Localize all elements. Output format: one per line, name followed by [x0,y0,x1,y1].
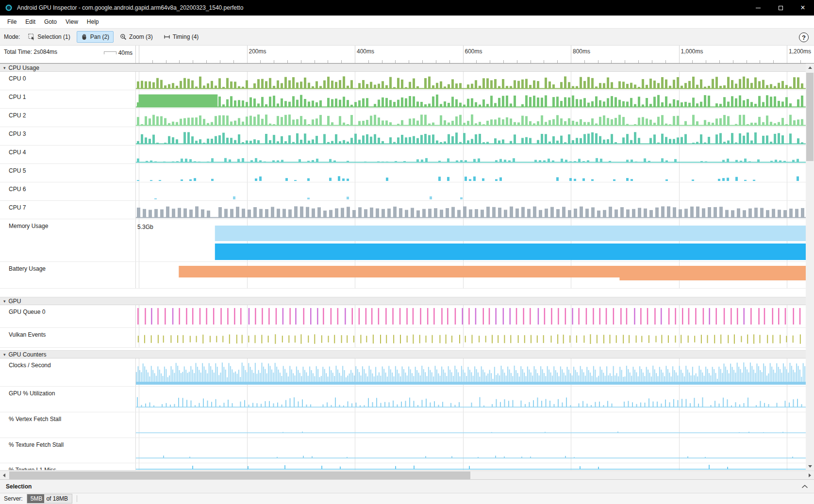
track-chart[interactable] [136,358,806,386]
ruler-minor-tick [179,60,180,63]
timing-mode-label: Timing (4) [173,33,199,40]
track-label: CPU 0 [0,72,136,90]
track-chart[interactable] [136,146,806,163]
track-row: GPU Queue 0 [0,305,806,328]
ruler-major-tick [139,46,139,63]
track-chart[interactable] [136,412,806,438]
track-chart[interactable] [136,463,806,470]
ruler-tick-label: 1,200ms [789,48,811,55]
timing-icon [164,33,170,40]
ruler-minor-tick [287,60,288,63]
scroll-right-icon[interactable] [806,471,814,479]
selection-mode-label: Selection (1) [37,33,70,40]
track-label: CPU 3 [0,127,136,145]
ruler-minor-tick [531,60,531,63]
track-label: % Vertex Fetch Stall [0,412,136,438]
ruler-minor-tick [706,60,706,63]
track-chart[interactable] [136,328,806,347]
track-row: % Texture Fetch Stall [0,438,806,463]
group-label: GPU [9,298,21,305]
ruler-minor-tick [800,60,801,63]
help-button[interactable]: ? [799,33,809,42]
track-label: CPU 6 [0,182,136,200]
maximize-button[interactable] [769,0,792,16]
close-button[interactable]: × [792,0,814,16]
menu-help[interactable]: Help [83,16,103,27]
ruler-major-tick [679,46,680,63]
track-chart[interactable] [136,387,806,412]
collapse-arrow-icon: ▾ [3,65,6,70]
zoom-mode-button[interactable]: Zoom (3) [116,31,157,43]
track-chart[interactable] [136,182,806,200]
track-group-header[interactable]: ▾GPU Counters [0,350,806,358]
pan-icon [81,33,88,40]
track-label: GPU % Utilization [0,387,136,412]
track-row: Battery Usage [0,262,806,289]
ruler-minor-tick [490,60,490,63]
track-label: CPU 1 [0,90,136,108]
horizontal-scrollbar[interactable] [0,471,814,479]
selection-panel-title: Selection [6,483,32,490]
track-group-header[interactable]: ▾CPU Usage [0,64,806,72]
zoom-mode-label: Zoom (3) [129,33,153,40]
ruler-minor-tick [220,60,220,63]
vertical-scrollbar[interactable] [806,64,814,471]
ruler-minor-tick [665,60,666,63]
track-label: % Texture Fetch Stall [0,438,136,463]
track-chart[interactable] [136,164,806,182]
ruler-minor-tick [206,60,207,63]
timing-mode-button[interactable]: Timing (4) [159,31,203,43]
scroll-up-icon[interactable] [806,64,814,72]
track-label: CPU 4 [0,146,136,163]
track-chart[interactable] [136,305,806,327]
scroll-left-icon[interactable] [0,471,8,479]
menu-edit[interactable]: Edit [21,16,40,27]
track-label: Vulkan Events [0,328,136,347]
menu-file[interactable]: File [3,16,21,27]
ruler-minor-tick [315,60,315,63]
ruler-major-tick [355,46,355,63]
ruler-minor-tick [301,60,301,63]
menu-goto[interactable]: Goto [40,16,61,27]
scroll-down-icon[interactable] [806,462,814,471]
vertical-scroll-thumb[interactable] [806,73,814,161]
track-chart[interactable] [136,262,806,288]
ruler-minor-tick [395,60,396,63]
ruler-ticks[interactable]: 200ms400ms600ms800ms1,000ms1,200ms [136,46,814,63]
track-chart[interactable] [136,90,806,108]
status-separator [77,495,77,502]
selection-panel-header[interactable]: Selection [0,479,814,493]
menu-view[interactable]: View [61,16,83,27]
ruler-minor-tick [557,60,558,63]
total-time-label: Total Time: 2s084ms [4,49,57,55]
ruler-minor-tick [409,60,409,63]
pan-mode-button[interactable]: Pan (2) [77,31,114,43]
ruler-minor-tick [733,60,733,63]
scale-indicator-icon [104,51,116,54]
ruler-tick-label: 600ms [465,48,482,55]
horizontal-scroll-thumb[interactable] [9,471,470,479]
track-chart[interactable] [136,201,806,219]
track-chart[interactable] [136,72,806,90]
selection-mode-button[interactable]: Selection (1) [24,31,74,43]
ruler-tick-label: 800ms [573,48,590,55]
track-row: CPU 2 [0,109,806,127]
track-group-header[interactable]: ▾GPU [0,297,806,305]
server-label: Server: [4,495,23,502]
track-chart[interactable]: 5.3Gb [136,219,806,261]
server-memory-used: 5MB [27,494,45,503]
track-chart[interactable] [136,109,806,127]
track-row: Clocks / Second [0,358,806,387]
mode-toolbar: Mode: Selection (1) Pan (2) [0,28,814,46]
app-icon [4,3,13,12]
ruler-major-tick [571,46,571,63]
track-chart[interactable] [136,127,806,145]
collapse-panel-icon[interactable] [801,483,808,490]
ruler-minor-tick [476,60,477,63]
ruler-minor-tick [328,60,328,63]
track-chart[interactable] [136,438,806,463]
track-label: Memory Usage [0,219,136,261]
ruler-minor-tick [341,60,342,63]
ruler-minor-tick [760,60,760,63]
minimize-button[interactable] [747,0,769,16]
